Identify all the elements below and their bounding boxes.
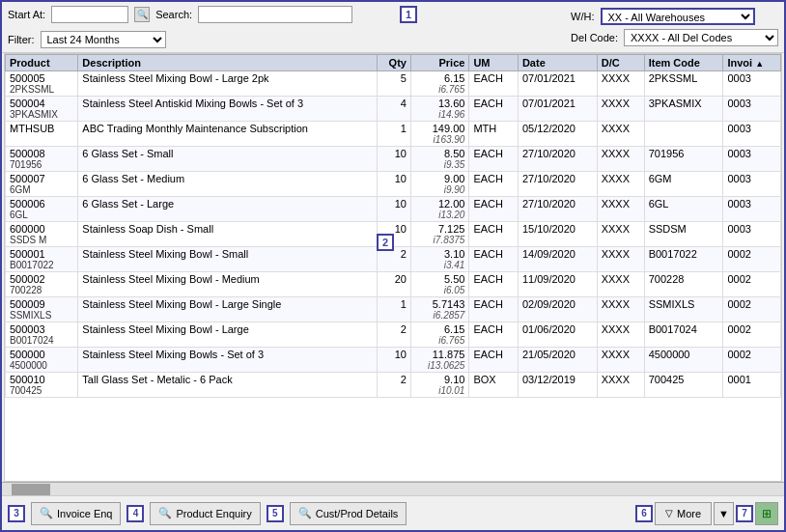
cell-price: 8.50i9.35	[410, 147, 468, 172]
cust-prod-icon: 🔍	[298, 507, 312, 519]
cell-product: 500002700228	[6, 272, 78, 297]
table-row[interactable]: 500003B0017024Stainless Steel Mixing Bow…	[6, 322, 781, 348]
col-date: Date	[518, 55, 597, 71]
cell-um: EACH	[469, 222, 519, 247]
cell-um: EACH	[469, 71, 519, 97]
cell-product: 500010700425	[6, 373, 78, 398]
cell-um: EACH	[469, 247, 519, 272]
wh-row: W/H: XX - All Warehouses	[571, 8, 778, 25]
invoice-enq-button[interactable]: 🔍 Invoice Enq	[31, 502, 121, 525]
cell-product: 5000043PKASMIX	[6, 97, 78, 122]
cell-date: 07/01/2021	[518, 97, 597, 122]
badge-7: 7	[736, 505, 753, 522]
table-row[interactable]: 5000052PKSSMLStainless Steel Mixing Bowl…	[6, 71, 781, 97]
cell-item-code: 2PKSSML	[644, 71, 723, 97]
cust-prod-label: Cust/Prod Details	[316, 508, 399, 519]
cell-product: 5000076GM	[6, 172, 78, 197]
table-row[interactable]: MTHSUBABC Trading Monthly Maintenance Su…	[6, 122, 781, 147]
cell-dc: XXXX	[597, 272, 644, 297]
table-row[interactable]: 5000087019566 Glass Set - Small108.50i9.…	[6, 147, 781, 172]
product-enquiry-button[interactable]: 🔍 Product Enquiry	[150, 502, 260, 525]
col-item-code: Item Code	[644, 55, 723, 71]
product-enquiry-icon: 🔍	[158, 507, 172, 519]
horizontal-scrollbar[interactable]	[2, 482, 784, 495]
cell-qty: 1	[378, 297, 411, 322]
cell-invoice: 0002	[723, 272, 781, 297]
table-row[interactable]: 5000076GM6 Glass Set - Medium109.00i9.90…	[6, 172, 781, 197]
cell-invoice: 0002	[723, 247, 781, 272]
cell-price: 9.10i10.01	[410, 373, 468, 398]
cell-date: 21/05/2020	[518, 348, 597, 373]
toolbar-row1: Start At: 🔍 Search: 1	[8, 6, 420, 23]
table-row[interactable]: 5000043PKASMIXStainless Steel Antiskid M…	[6, 97, 781, 122]
cell-um: MTH	[469, 122, 519, 147]
col-price: Price	[410, 55, 468, 71]
cell-date: 15/10/2020	[518, 222, 597, 247]
cell-dc: XXXX	[597, 297, 644, 322]
table-container[interactable]: Product Description Qty Price UM Date D/…	[4, 53, 782, 482]
del-code-select[interactable]: XXXX - All Del Codes	[624, 29, 778, 46]
col-description: Description	[78, 55, 378, 71]
cell-um: EACH	[469, 147, 519, 172]
search-label: Search:	[155, 9, 192, 20]
cell-item-code: SSDSM	[644, 222, 723, 247]
filter-select[interactable]: Last 24 Months Last 12 Months All Time	[41, 31, 166, 48]
cell-dc: XXXX	[597, 247, 644, 272]
cell-dc: XXXX	[597, 147, 644, 172]
cell-dc: XXXX	[597, 122, 644, 147]
toolbar: Start At: 🔍 Search: 1 Filter: Last 24 Mo…	[2, 2, 784, 53]
cell-um: BOX	[469, 373, 519, 398]
cell-price: 149.00i163.90	[410, 122, 468, 147]
footer-right: 6 ▽ More ▼ 7 ⊞	[635, 502, 778, 525]
wh-label: W/H:	[571, 11, 594, 22]
table-row[interactable]: 500002700228Stainless Steel Mixing Bowl …	[6, 272, 781, 297]
invoice-enq-icon: 🔍	[40, 507, 53, 519]
cell-product: 500009SSMIXLS	[6, 297, 78, 322]
wh-select[interactable]: XX - All Warehouses	[601, 8, 755, 25]
cell-dc: XXXX	[597, 71, 644, 97]
cell-description: Stainless Steel Mixing Bowl - Large Sing…	[78, 297, 378, 322]
cell-item-code: 700228	[644, 272, 723, 297]
cell-dc: XXXX	[597, 222, 644, 247]
badge-3: 3	[8, 505, 25, 522]
scroll-thumb	[12, 484, 50, 495]
cell-description: ABC Trading Monthly Maintenance Subscrip…	[78, 122, 378, 147]
cell-description: Stainless Steel Mixing Bowl - Large 2pk	[78, 71, 378, 97]
dropdown-arrow-button[interactable]: ▼	[714, 502, 734, 525]
cell-um: EACH	[469, 322, 519, 348]
cell-item-code: B0017024	[644, 322, 723, 348]
table-row[interactable]: 500009SSMIXLSStainless Steel Mixing Bowl…	[6, 297, 781, 322]
cell-item-code	[644, 122, 723, 147]
badge-5: 5	[267, 505, 284, 522]
cell-price: 5.7143i6.2857	[410, 297, 468, 322]
cell-dc: XXXX	[597, 97, 644, 122]
cell-qty: 2	[378, 322, 411, 348]
start-at-input[interactable]	[51, 6, 128, 23]
cell-qty: 10	[378, 172, 411, 197]
cell-description: Stainless Steel Antiskid Mixing Bowls - …	[78, 97, 378, 122]
cell-um: EACH	[469, 172, 519, 197]
cell-date: 27/10/2020	[518, 197, 597, 222]
cell-description: Stainless Steel Mixing Bowl - Small	[78, 247, 378, 272]
table-row[interactable]: 500010700425Tall Glass Set - Metalic - 6…	[6, 373, 781, 398]
search-input[interactable]	[198, 6, 352, 23]
cell-date: 02/09/2020	[518, 297, 597, 322]
cell-item-code: 701956	[644, 147, 723, 172]
cell-product: 5000066GL	[6, 197, 78, 222]
cell-item-code: 6GL	[644, 197, 723, 222]
table-row[interactable]: 5000004500000Stainless Steel Mixing Bowl…	[6, 348, 781, 373]
cell-um: EACH	[469, 348, 519, 373]
search-icon[interactable]: 🔍	[134, 7, 150, 22]
col-invoice: Invoi ▲	[723, 55, 781, 71]
cell-item-code: B0017022	[644, 247, 723, 272]
cell-um: EACH	[469, 97, 519, 122]
cust-prod-details-button[interactable]: 🔍 Cust/Prod Details	[290, 502, 407, 525]
table-row[interactable]: 5000066GL6 Glass Set - Large1012.00i13.2…	[6, 197, 781, 222]
cell-price: 7.125i7.8375	[410, 222, 468, 247]
more-button[interactable]: ▽ More	[655, 502, 712, 525]
data-table: Product Description Qty Price UM Date D/…	[5, 54, 781, 398]
export-button[interactable]: ⊞	[755, 502, 778, 525]
cell-dc: XXXX	[597, 348, 644, 373]
cell-price: 12.00i13.20	[410, 197, 468, 222]
table-header-row: Product Description Qty Price UM Date D/…	[6, 55, 781, 71]
